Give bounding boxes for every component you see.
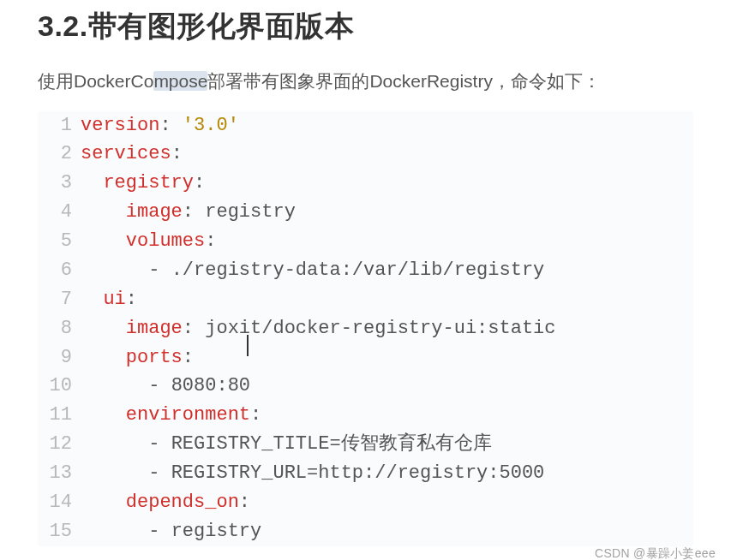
code-line: volumes: — [81, 227, 216, 256]
code-line: - REGISTRY_URL=http://registry:5000 — [81, 459, 544, 488]
code-line: - 8080:80 — [81, 372, 250, 401]
desc-part2: 部署带有图象界面的DockerRegistry，命令如下： — [207, 71, 601, 91]
code-line: ui: — [81, 285, 137, 314]
code-line: - registry — [81, 517, 261, 546]
line-number: 13 — [38, 459, 81, 488]
line-number: 11 — [38, 401, 81, 430]
watermark: CSDN @暴躁小姜eee — [595, 546, 716, 560]
code-line: environment: — [81, 401, 261, 430]
text-cursor-icon — [248, 335, 249, 364]
code-line: services: — [81, 140, 183, 169]
code-row: 1 version: '3.0' — [38, 111, 693, 140]
code-line: - REGISTRY_TITLE=传智教育私有仓库 — [81, 430, 492, 459]
desc-highlight: mpose — [153, 71, 207, 91]
line-number: 4 — [38, 198, 81, 227]
code-row: 12 - REGISTRY_TITLE=传智教育私有仓库 — [38, 430, 693, 459]
code-row: 7 ui: — [38, 285, 693, 314]
code-row: 9 ports: — [38, 343, 693, 372]
line-number: 8 — [38, 314, 81, 343]
code-row: 3 registry: — [38, 169, 693, 198]
code-row: 14 depends_on: — [38, 488, 693, 517]
code-line: - ./registry-data:/var/lib/registry — [81, 256, 544, 285]
line-number: 10 — [38, 372, 81, 401]
line-number: 15 — [38, 517, 81, 546]
description-paragraph: 使用DockerCompose部署带有图象界面的DockerRegistry，命… — [38, 67, 693, 96]
section-heading: 3.2.带有图形化界面版本 — [38, 7, 693, 46]
code-row: 6 - ./registry-data:/var/lib/registry — [38, 256, 693, 285]
line-number: 2 — [38, 140, 81, 169]
code-row: 15 - registry — [38, 517, 693, 546]
code-row: 8 image: joxit/docker-registry-ui:static — [38, 314, 693, 343]
code-line: image: registry — [81, 198, 296, 227]
code-row: 4 image: registry — [38, 198, 693, 227]
code-row: 11 environment: — [38, 401, 693, 430]
line-number: 3 — [38, 169, 81, 198]
line-number: 9 — [38, 343, 81, 372]
code-line: registry: — [81, 169, 205, 198]
code-line: depends_on: — [81, 488, 250, 517]
line-number: 6 — [38, 256, 81, 285]
code-line: image: joxit/docker-registry-ui:static — [81, 314, 556, 343]
code-row: 10 - 8080:80 — [38, 372, 693, 401]
page: 3.2.带有图形化界面版本 使用DockerCompose部署带有图象界面的Do… — [0, 7, 731, 560]
code-row: 5 volumes: — [38, 227, 693, 256]
code-line: version: '3.0' — [81, 111, 239, 140]
desc-part1: 使用DockerCo — [38, 71, 153, 91]
code-line: ports: — [81, 343, 194, 372]
line-number: 12 — [38, 430, 81, 459]
code-row: 2 services: — [38, 140, 693, 169]
line-number: 7 — [38, 285, 81, 314]
line-number: 5 — [38, 227, 81, 256]
line-number: 14 — [38, 488, 81, 517]
line-number: 1 — [38, 111, 81, 140]
code-block: 1 version: '3.0' 2 services: 3 registry:… — [38, 111, 693, 546]
code-row: 13 - REGISTRY_URL=http://registry:5000 — [38, 459, 693, 488]
